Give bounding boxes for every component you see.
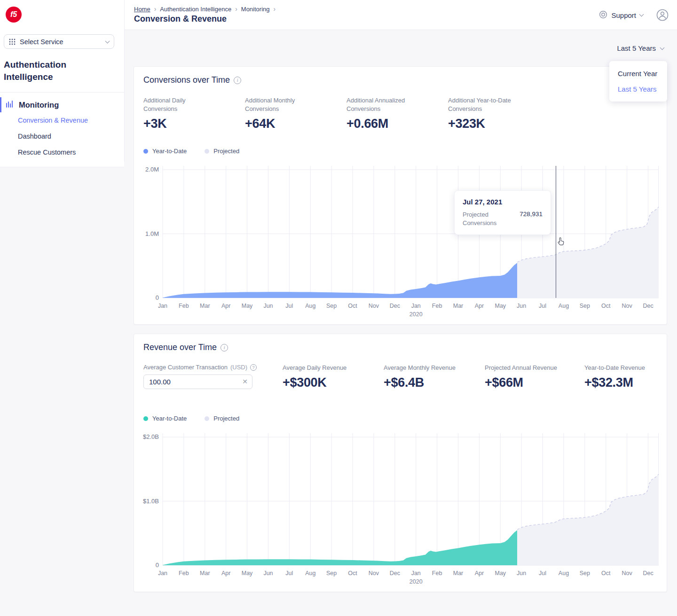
legend-projected: Projected	[205, 415, 239, 422]
x-axis-label: Jun	[517, 303, 526, 309]
x-axis-label: Aug	[305, 303, 315, 309]
breadcrumb: Home › Authentication Intelligence › Mon…	[134, 5, 276, 13]
support-menu[interactable]: Support	[599, 10, 643, 20]
area-year-to-date	[163, 530, 517, 565]
y-axis: 01.0M2.0M	[134, 166, 159, 298]
x-axis-label: Mar	[453, 570, 464, 577]
x-axis-label: Feb	[179, 303, 189, 309]
x-axis-label: May	[242, 570, 253, 577]
x-axis-label: Jan	[158, 303, 167, 309]
x-axis-label: May	[495, 570, 506, 577]
breadcrumb-authentication-intelligence[interactable]: Authentication Intelligence	[160, 6, 231, 13]
x-axis-label: Jun	[263, 570, 273, 577]
chart-plot-area[interactable]: JanFebMarAprMayJunJulAugSepOctNovDecJanF…	[163, 433, 659, 565]
time-range-menu: Current Year Last 5 Years	[609, 61, 667, 101]
info-icon[interactable]: i	[220, 344, 228, 351]
chart-canvas[interactable]: JanFebMarAprMayJunJulAugSepOctNovDecJanF…	[163, 166, 659, 320]
card-title: Revenue over Time	[143, 343, 217, 352]
x-axis-label: Aug	[559, 303, 569, 309]
x-axis-year-label: 2020	[409, 311, 423, 318]
acr-unit: (USD)	[230, 364, 247, 371]
revenue-chart: 0$1.0B$2.0B JanFebMarAprMayJunJulAugSepO…	[134, 433, 668, 591]
stat-average-monthly-revenue: Average Monthly Revenue +$6.4B	[384, 364, 456, 390]
x-axis-label: Nov	[369, 303, 379, 309]
menu-item-last-5-years[interactable]: Last 5 Years	[609, 81, 667, 97]
y-axis-label: $2.0B	[134, 433, 159, 440]
top-header: Home › Authentication Intelligence › Mon…	[125, 0, 677, 30]
chart-hover-line	[556, 166, 556, 298]
card-title: Conversions over Time	[143, 75, 230, 85]
x-axis-label: May	[495, 303, 506, 309]
user-avatar[interactable]	[656, 9, 669, 21]
info-icon[interactable]: i	[234, 77, 241, 84]
tooltip-date: Jul 27, 2021	[463, 198, 543, 206]
help-icon[interactable]: ?	[250, 364, 257, 371]
breadcrumb-separator-icon: ›	[154, 5, 157, 13]
sidebar-item-dashboard[interactable]: Dashboard	[18, 128, 124, 144]
x-axis-label: Feb	[179, 570, 189, 577]
stat-additional-ytd-conversions: Additional Year-to-Date Conversions +323…	[448, 96, 523, 131]
x-axis-label: Dec	[643, 303, 653, 309]
x-axis-label: Aug	[305, 570, 315, 577]
legend-year-to-date: Year-to-Date	[143, 148, 187, 155]
conversions-chart: 01.0M2.0M JanFebMarAprMayJunJulAugSepOct…	[134, 166, 668, 323]
sidebar-item-monitoring[interactable]: Monitoring	[0, 97, 124, 112]
sidebar-menu: Monitoring Conversion & Revenue Dashboar…	[0, 92, 124, 167]
x-axis-label: Jan	[158, 570, 167, 577]
select-service-dropdown[interactable]: Select Service	[4, 34, 114, 49]
x-axis-label: Dec	[390, 303, 400, 309]
area-projected	[517, 474, 659, 565]
legend-dot-projected	[205, 149, 209, 154]
x-axis-label: Nov	[369, 570, 379, 577]
x-axis-label: Jan	[411, 570, 421, 577]
x-axis-label: Mar	[200, 303, 210, 309]
chart-plot-area[interactable]: JanFebMarAprMayJunJulAugSepOctNovDecJanF…	[163, 166, 659, 298]
x-axis-label: Dec	[643, 570, 653, 577]
sidebar: f5 Select Service Authentication Intelli…	[0, 0, 125, 162]
breadcrumb-separator-icon: ›	[274, 5, 276, 13]
x-axis-label: Oct	[601, 570, 611, 577]
x-axis-label: Jun	[263, 303, 273, 309]
chevron-down-icon	[639, 12, 644, 17]
bar-chart-icon	[6, 100, 14, 109]
x-axis-label: Nov	[622, 570, 633, 577]
x-axis-label: Oct	[348, 303, 357, 309]
chart-tooltip: Jul 27, 2021 Projected Conversions 728,9…	[454, 190, 551, 235]
select-service-label: Select Service	[20, 38, 106, 46]
breadcrumb-monitoring[interactable]: Monitoring	[241, 6, 270, 13]
x-axis-label: Jul	[539, 303, 546, 309]
chevron-down-icon	[660, 45, 665, 50]
x-axis-label: Aug	[559, 570, 569, 577]
x-axis-label: Apr	[221, 303, 230, 309]
y-axis-label: 1.0M	[134, 230, 159, 237]
x-axis-label: Mar	[453, 303, 464, 309]
time-range-value: Last 5 Years	[617, 44, 656, 52]
x-axis-year-label: 2020	[409, 578, 423, 585]
revenue-over-time-card: Revenue over Time i Average Customer Tra…	[134, 334, 667, 592]
x-axis-label: Nov	[622, 303, 633, 309]
y-axis: 0$1.0B$2.0B	[134, 433, 159, 565]
legend-dot-ytd	[143, 149, 148, 154]
f5-logo[interactable]: f5	[6, 7, 22, 23]
menu-item-current-year[interactable]: Current Year	[609, 66, 667, 81]
sidebar-submenu: Conversion & Revenue Dashboard Rescue Cu…	[0, 112, 124, 160]
clear-input-icon[interactable]: ✕	[242, 378, 248, 385]
support-label: Support	[611, 11, 636, 19]
x-axis-label: Oct	[348, 570, 357, 577]
x-axis-label: Jan	[411, 303, 421, 309]
time-range-selector[interactable]: Last 5 Years	[617, 44, 664, 52]
chevron-down-icon	[105, 39, 110, 43]
chart-canvas[interactable]: JanFebMarAprMayJunJulAugSepOctNovDecJanF…	[163, 433, 659, 588]
sidebar-item-rescue-customers[interactable]: Rescue Customers	[18, 144, 124, 160]
stat-additional-daily-conversions: Additional Daily Conversions +3K	[143, 96, 219, 131]
chart-legend: Year-to-Date Projected	[143, 415, 239, 422]
breadcrumb-home[interactable]: Home	[134, 6, 150, 13]
stat-additional-monthly-conversions: Additional Monthly Conversions +64K	[245, 96, 320, 131]
x-axis-label: Jul	[285, 303, 293, 309]
tooltip-series-label: Projected Conversions	[463, 211, 510, 227]
sidebar-item-conversion-revenue[interactable]: Conversion & Revenue	[18, 112, 124, 128]
x-axis-label: Sep	[580, 570, 590, 577]
average-transaction-input[interactable]	[143, 374, 252, 389]
x-axis-label: Apr	[221, 570, 230, 577]
sidebar-item-label: Monitoring	[19, 101, 59, 109]
